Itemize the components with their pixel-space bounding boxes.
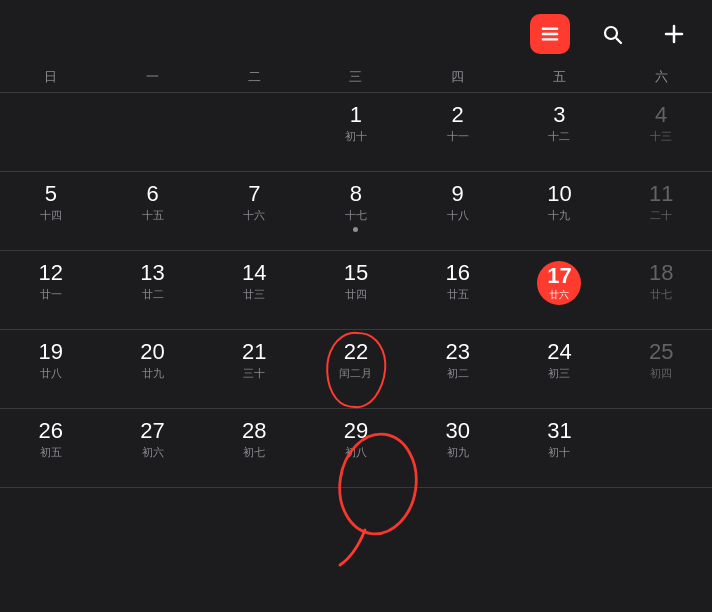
day-lunar: 十三 (650, 129, 672, 144)
calendar-day[interactable]: 4十三 (610, 93, 712, 171)
day-lunar: 廿五 (447, 287, 469, 302)
day-number: 9 (452, 182, 464, 206)
day-number: 23 (445, 340, 469, 364)
day-number: 19 (39, 340, 63, 364)
day-number: 27 (140, 419, 164, 443)
weekday-label: 一 (102, 68, 204, 86)
day-lunar: 初五 (40, 445, 62, 460)
day-lunar: 十一 (447, 129, 469, 144)
day-lunar: 初三 (548, 366, 570, 381)
calendar-week: 5十四6十五7十六8十七9十八10十九11二十 (0, 172, 712, 251)
calendar-day[interactable]: 13廿二 (102, 251, 204, 329)
day-lunar: 二十 (650, 208, 672, 223)
day-number: 16 (445, 261, 469, 285)
calendar-day (0, 93, 102, 171)
calendar-day[interactable]: 21三十 (203, 330, 305, 408)
day-number: 31 (547, 419, 571, 443)
calendar-day[interactable]: 23初二 (407, 330, 509, 408)
header (0, 0, 712, 64)
day-number: 22 (344, 340, 368, 364)
day-number: 8 (350, 182, 362, 206)
calendar-day[interactable]: 24初三 (509, 330, 611, 408)
day-number: 26 (39, 419, 63, 443)
calendar-day[interactable]: 14廿三 (203, 251, 305, 329)
day-number: 25 (649, 340, 673, 364)
day-number: 13 (140, 261, 164, 285)
day-lunar: 初四 (650, 366, 672, 381)
weekday-label: 五 (509, 68, 611, 86)
day-number: 4 (655, 103, 667, 127)
calendar-week: 19廿八20廿九21三十22闰二月23初二24初三25初四 (0, 330, 712, 409)
calendar-day[interactable]: 26初五 (0, 409, 102, 487)
calendar-day[interactable]: 18廿七 (610, 251, 712, 329)
day-number: 30 (445, 419, 469, 443)
calendar-day[interactable]: 29初八 (305, 409, 407, 487)
calendar-day[interactable]: 27初六 (102, 409, 204, 487)
calendar-week: 1初十2十一3十二4十三 (0, 93, 712, 172)
day-lunar: 廿四 (345, 287, 367, 302)
weekday-label: 四 (407, 68, 509, 86)
calendar-day[interactable]: 31初十 (509, 409, 611, 487)
day-lunar: 初十 (345, 129, 367, 144)
calendar-week: 26初五27初六28初七29初八30初九31初十 (0, 409, 712, 488)
calendar-day[interactable]: 8十七 (305, 172, 407, 250)
header-icons (530, 14, 694, 54)
day-number: 3 (553, 103, 565, 127)
day-lunar: 初九 (447, 445, 469, 460)
day-lunar: 廿二 (142, 287, 164, 302)
calendar-day[interactable]: 28初七 (203, 409, 305, 487)
calendar-day[interactable]: 2十一 (407, 93, 509, 171)
day-lunar: 十六 (243, 208, 265, 223)
event-dot (353, 227, 358, 232)
calendar-day (610, 409, 712, 487)
day-lunar: 廿六 (549, 288, 569, 302)
calendar-day[interactable]: 15廿四 (305, 251, 407, 329)
day-lunar: 十四 (40, 208, 62, 223)
calendar-day[interactable]: 16廿五 (407, 251, 509, 329)
calendar-day[interactable]: 7十六 (203, 172, 305, 250)
calendar-day[interactable]: 12廿一 (0, 251, 102, 329)
day-number: 1 (350, 103, 362, 127)
day-number: 15 (344, 261, 368, 285)
day-number: 12 (39, 261, 63, 285)
calendar-day[interactable]: 11二十 (610, 172, 712, 250)
calendar-day[interactable]: 3十二 (509, 93, 611, 171)
day-number: 6 (146, 182, 158, 206)
day-lunar: 廿八 (40, 366, 62, 381)
day-lunar: 三十 (243, 366, 265, 381)
list-view-button[interactable] (530, 14, 570, 54)
day-lunar: 闰二月 (339, 366, 372, 381)
day-number: 14 (242, 261, 266, 285)
day-number: 28 (242, 419, 266, 443)
search-button[interactable] (592, 14, 632, 54)
day-number: 24 (547, 340, 571, 364)
calendar-day[interactable]: 5十四 (0, 172, 102, 250)
calendar-day[interactable]: 10十九 (509, 172, 611, 250)
weekday-label: 六 (610, 68, 712, 86)
day-lunar: 廿一 (40, 287, 62, 302)
calendar-day[interactable]: 17廿六 (509, 251, 611, 329)
weekday-label: 日 (0, 68, 102, 86)
calendar-day[interactable]: 30初九 (407, 409, 509, 487)
calendar-day[interactable]: 9十八 (407, 172, 509, 250)
calendar-day[interactable]: 6十五 (102, 172, 204, 250)
day-number: 20 (140, 340, 164, 364)
day-number: 10 (547, 182, 571, 206)
calendar-day[interactable]: 22闰二月 (305, 330, 407, 408)
calendar-week: 12廿一13廿二14廿三15廿四16廿五17廿六18廿七 (0, 251, 712, 330)
day-number: 21 (242, 340, 266, 364)
day-lunar: 十八 (447, 208, 469, 223)
day-lunar: 初二 (447, 366, 469, 381)
add-button[interactable] (654, 14, 694, 54)
calendar-day[interactable]: 19廿八 (0, 330, 102, 408)
calendar-day[interactable]: 25初四 (610, 330, 712, 408)
day-lunar: 初六 (142, 445, 164, 460)
day-lunar: 廿七 (650, 287, 672, 302)
calendar-day[interactable]: 20廿九 (102, 330, 204, 408)
day-number: 11 (649, 182, 673, 206)
calendar-day[interactable]: 1初十 (305, 93, 407, 171)
calendar-grid: 1初十2十一3十二4十三5十四6十五7十六8十七9十八10十九11二十12廿一1… (0, 93, 712, 488)
weekday-label: 二 (203, 68, 305, 86)
day-lunar: 十五 (142, 208, 164, 223)
calendar-day (102, 93, 204, 171)
